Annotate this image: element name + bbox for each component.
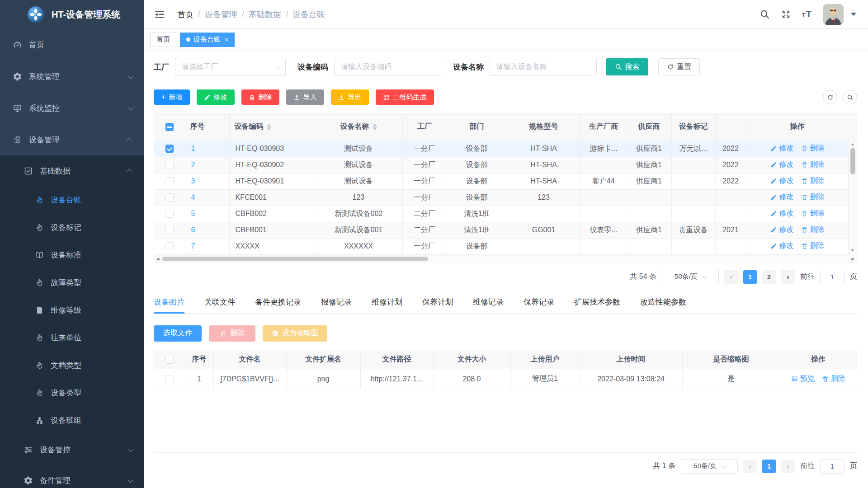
row-edit-link[interactable]: 修改 [770, 241, 794, 251]
row-delete-link[interactable]: 删除 [801, 225, 825, 235]
add-button[interactable]: + 新增 [154, 89, 190, 105]
row-delete-link[interactable]: 删除 [801, 160, 825, 169]
fullscreen-icon[interactable] [781, 9, 791, 19]
sort-icon[interactable] [373, 124, 377, 130]
row-checkbox[interactable] [165, 242, 174, 250]
tab-extended-tech-params[interactable]: 扩展技术参数 [574, 297, 620, 313]
scroll-up-icon[interactable]: ▲ [849, 141, 857, 147]
scroll-left-icon[interactable]: ◀ [154, 255, 161, 263]
scroll-right-icon[interactable]: ▶ [849, 255, 857, 263]
row-delete-link[interactable]: 删除 [801, 192, 825, 202]
tab-maintenance-records[interactable]: 保养记录 [524, 297, 554, 313]
table-row[interactable]: 3 HT-EQ-030901 测试设备 一分厂 设备部 HT-SHA 客户44 … [154, 173, 849, 189]
row-seq-link[interactable]: 3 [185, 173, 229, 189]
sidebar-item-equipment-team[interactable]: 设备班组 [0, 407, 144, 434]
sidebar-item-document-type[interactable]: 文档类型 [0, 352, 144, 379]
file-table-row[interactable]: 1 ]7DPG$1BVVF[}... png http://121.37.1..… [154, 369, 857, 389]
tab-modification-performance-params[interactable]: 改造性能参数 [640, 297, 686, 313]
col-name[interactable]: 设备名称 [315, 113, 402, 141]
file-delete-link[interactable]: 删除 [822, 374, 845, 384]
search-icon[interactable] [760, 9, 770, 19]
close-icon[interactable]: × [225, 36, 228, 43]
prev-page-button[interactable]: ‹ [724, 270, 738, 284]
tag-equipment-ledger[interactable]: 设备台账 × [180, 33, 235, 47]
table-row[interactable]: 6 CBFB001 新测试设备001 二分厂 清洗1班 GG001 仪表零...… [154, 222, 849, 238]
row-delete-link[interactable]: 删除 [801, 144, 825, 153]
row-checkbox[interactable] [165, 193, 174, 202]
sidebar-item-equipment-management[interactable]: 设备管理 [0, 124, 144, 155]
sidebar-item-fault-type[interactable]: 故障类型 [0, 269, 144, 296]
table-row[interactable]: 5 CBFB002 新测试设备002 二分厂 清洗1班 修改删除 [154, 206, 849, 222]
scroll-down-icon[interactable]: ▼ [849, 247, 857, 253]
row-checkbox[interactable] [165, 210, 174, 218]
refresh-table-button[interactable] [823, 90, 837, 104]
row-edit-link[interactable]: 修改 [770, 209, 794, 218]
reset-button[interactable]: 重置 [658, 58, 700, 75]
table-row[interactable]: 7 XXXXX XXXXXX 一分厂 设备部 修改删除 [154, 238, 849, 254]
page-button-1[interactable]: 1 [743, 270, 757, 284]
row-seq-link[interactable]: 5 [185, 206, 229, 222]
row-seq-link[interactable]: 1 [185, 141, 229, 157]
tab-spare-replacement-records[interactable]: 备件更换记录 [255, 297, 301, 313]
sidebar-item-equipment-ledger[interactable]: 设备台账 [0, 186, 144, 214]
row-delete-link[interactable]: 删除 [801, 176, 825, 186]
row-edit-link[interactable]: 修改 [770, 144, 794, 153]
row-checkbox[interactable] [165, 161, 174, 169]
horizontal-scrollbar[interactable]: ◀ ▶ [154, 255, 857, 262]
equipment-code-input[interactable] [334, 58, 441, 76]
table-row[interactable]: 4 KFCE001 123 一分厂 设备部 123 修改删除 [154, 189, 849, 206]
prev-page-button[interactable]: ‹ [743, 460, 757, 473]
sidebar-item-basic-data[interactable]: 基础数据 [0, 155, 144, 186]
font-size-icon[interactable]: TT [802, 9, 812, 19]
sidebar-item-home[interactable]: 首页 [0, 29, 144, 61]
next-page-button[interactable]: › [781, 460, 795, 473]
export-button[interactable]: 导出 [331, 89, 369, 105]
page-button-2[interactable]: 2 [762, 270, 776, 284]
row-delete-link[interactable]: 删除 [801, 241, 825, 251]
sidebar-item-equipment-mark[interactable]: 设备标记 [0, 214, 144, 241]
goto-page-input[interactable] [820, 270, 844, 284]
tag-home[interactable]: 首页 [150, 33, 176, 47]
set-thumbnail-button-disabled[interactable]: 设为缩略图 [263, 325, 327, 342]
row-seq-link[interactable]: 4 [185, 189, 229, 206]
page-size-select[interactable]: 50条/页 [681, 459, 738, 474]
toggle-search-button[interactable] [843, 90, 857, 104]
tab-maintenance-plans[interactable]: 保养计划 [422, 297, 453, 313]
vertical-scrollbar[interactable]: ▲ ▼ [848, 141, 857, 254]
row-edit-link[interactable]: 修改 [770, 160, 794, 169]
sort-icon[interactable] [267, 124, 271, 130]
tab-repair-plans[interactable]: 维修计划 [372, 297, 402, 313]
row-seq-link[interactable]: 7 [185, 238, 229, 254]
sidebar-item-system-monitor[interactable]: 系统监控 [0, 92, 144, 124]
breadcrumb-home[interactable]: 首页 [177, 9, 193, 20]
tab-repair-records[interactable]: 维修记录 [473, 297, 504, 313]
horizontal-scrollbar-thumb[interactable] [162, 257, 428, 261]
delete-button[interactable]: 删除 [241, 89, 279, 105]
caret-down-icon[interactable] [851, 13, 856, 16]
tab-equipment-images[interactable]: 设备图片 [154, 297, 184, 313]
row-checkbox[interactable] [165, 177, 174, 185]
search-button[interactable]: 搜索 [606, 58, 648, 75]
sidebar-item-spare-parts[interactable]: 备件管理 [0, 465, 144, 488]
col-code[interactable]: 设备编码 [229, 113, 315, 141]
vertical-scrollbar-thumb[interactable] [850, 148, 855, 174]
factory-select[interactable]: 请选择工厂 [175, 58, 286, 76]
file-delete-button-disabled[interactable]: 删除 [209, 325, 255, 342]
sidebar-item-equipment-standard[interactable]: 设备标准 [0, 241, 144, 269]
tab-repair-report-records[interactable]: 报修记录 [321, 297, 352, 313]
tab-related-files[interactable]: 关联文件 [204, 297, 235, 313]
select-all-checkbox[interactable] [165, 123, 174, 131]
row-delete-link[interactable]: 删除 [801, 209, 825, 218]
qrcode-generate-button[interactable]: 二维码生成 [376, 89, 434, 105]
row-seq-link[interactable]: 2 [185, 157, 229, 173]
row-seq-link[interactable]: 6 [185, 222, 229, 238]
next-page-button[interactable]: › [781, 270, 795, 284]
avatar[interactable] [823, 4, 844, 25]
file-preview-link[interactable]: 预览 [791, 374, 815, 384]
table-row[interactable]: 1 HT-EQ-030903 测试设备 一分厂 设备部 HT-SHA 游标卡..… [154, 141, 849, 157]
row-edit-link[interactable]: 修改 [770, 192, 794, 202]
edit-button[interactable]: 修改 [197, 89, 235, 105]
goto-page-input[interactable] [820, 459, 844, 474]
row-edit-link[interactable]: 修改 [770, 176, 794, 186]
sidebar-collapse-icon[interactable] [154, 9, 165, 20]
